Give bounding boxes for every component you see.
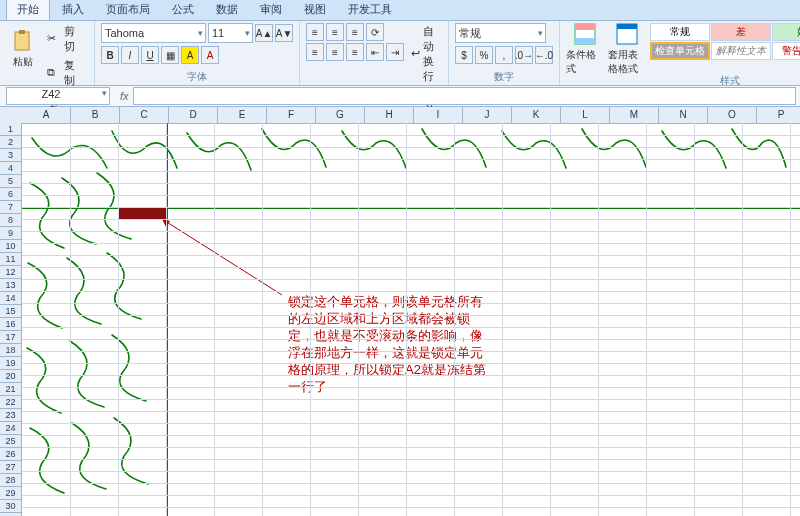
row-header-21[interactable]: 21	[0, 383, 22, 396]
align-bottom-button[interactable]: ≡	[346, 23, 364, 41]
row-header-27[interactable]: 27	[0, 461, 22, 474]
row-header-23[interactable]: 23	[0, 409, 22, 422]
worksheet-grid[interactable]: ABCDEFGHIJKLMNOPQ 1234567891011121314151…	[0, 107, 800, 516]
row-header-18[interactable]: 18	[0, 344, 22, 357]
tab-pagelayout[interactable]: 页面布局	[96, 0, 160, 20]
orientation-button[interactable]: ⟳	[366, 23, 384, 41]
style-cell[interactable]: 警告文本	[772, 42, 800, 60]
row-header-30[interactable]: 30	[0, 500, 22, 513]
tab-insert[interactable]: 插入	[52, 0, 94, 20]
row-header-6[interactable]: 6	[0, 188, 22, 201]
decrease-font-button[interactable]: A▼	[275, 24, 293, 42]
row-header-24[interactable]: 24	[0, 422, 22, 435]
col-header-N[interactable]: N	[659, 107, 708, 124]
cell-styles-gallery[interactable]: 常规差好适中检查单元格解释性文本警告文本链接单元格	[650, 23, 800, 60]
tab-review[interactable]: 审阅	[250, 0, 292, 20]
font-size-combo[interactable]: 11	[208, 23, 253, 43]
tab-view[interactable]: 视图	[294, 0, 336, 20]
row-header-16[interactable]: 16	[0, 318, 22, 331]
indent-dec-button[interactable]: ⇤	[366, 43, 384, 61]
align-center-button[interactable]: ≡	[326, 43, 344, 61]
row-header-19[interactable]: 19	[0, 357, 22, 370]
row-header-10[interactable]: 10	[0, 240, 22, 253]
col-header-F[interactable]: F	[267, 107, 316, 124]
fx-icon[interactable]: fx	[116, 90, 133, 102]
row-header-20[interactable]: 20	[0, 370, 22, 383]
row-header-8[interactable]: 8	[0, 214, 22, 227]
font-name-combo[interactable]: Tahoma	[101, 23, 206, 43]
percent-button[interactable]: %	[475, 46, 493, 64]
fill-color-button[interactable]: A	[181, 46, 199, 64]
underline-button[interactable]: U	[141, 46, 159, 64]
paste-button[interactable]: 粘贴	[6, 23, 40, 73]
style-cell[interactable]: 差	[711, 23, 771, 41]
bold-button[interactable]: B	[101, 46, 119, 64]
align-middle-button[interactable]: ≡	[326, 23, 344, 41]
inc-decimal-button[interactable]: .0→	[515, 46, 533, 64]
column-headers[interactable]: ABCDEFGHIJKLMNOPQ	[22, 107, 800, 123]
row-header-29[interactable]: 29	[0, 487, 22, 500]
col-header-G[interactable]: G	[316, 107, 365, 124]
row-header-2[interactable]: 2	[0, 136, 22, 149]
col-header-D[interactable]: D	[169, 107, 218, 124]
name-box[interactable]: Z42	[6, 87, 110, 105]
cond-format-button[interactable]: 条件格式	[566, 23, 604, 73]
align-right-button[interactable]: ≡	[346, 43, 364, 61]
highlighted-cell[interactable]	[118, 207, 166, 219]
row-header-14[interactable]: 14	[0, 292, 22, 305]
font-color-button[interactable]: A	[201, 46, 219, 64]
col-header-E[interactable]: E	[218, 107, 267, 124]
formula-input[interactable]	[133, 87, 796, 105]
currency-button[interactable]: $	[455, 46, 473, 64]
row-header-5[interactable]: 5	[0, 175, 22, 188]
wrap-text-button[interactable]: ↩自动换行	[408, 23, 442, 85]
row-header-4[interactable]: 4	[0, 162, 22, 175]
row-header-26[interactable]: 26	[0, 448, 22, 461]
select-all-corner[interactable]	[0, 107, 23, 124]
style-cell[interactable]: 解释性文本	[711, 42, 771, 60]
row-header-7[interactable]: 7	[0, 201, 22, 214]
col-header-A[interactable]: A	[22, 107, 71, 124]
col-header-M[interactable]: M	[610, 107, 659, 124]
row-header-11[interactable]: 11	[0, 253, 22, 266]
number-format-combo[interactable]: 常规	[455, 23, 546, 43]
row-header-12[interactable]: 12	[0, 266, 22, 279]
border-button[interactable]: ▦	[161, 46, 179, 64]
comma-button[interactable]: ,	[495, 46, 513, 64]
indent-inc-button[interactable]: ⇥	[386, 43, 404, 61]
row-header-15[interactable]: 15	[0, 305, 22, 318]
row-header-9[interactable]: 9	[0, 227, 22, 240]
col-header-C[interactable]: C	[120, 107, 169, 124]
copy-button[interactable]: ⧉复制	[44, 57, 88, 89]
row-header-1[interactable]: 1	[0, 123, 22, 136]
increase-font-button[interactable]: A▲	[255, 24, 273, 42]
row-header-22[interactable]: 22	[0, 396, 22, 409]
col-header-L[interactable]: L	[561, 107, 610, 124]
tab-home[interactable]: 开始	[6, 0, 50, 20]
row-header-28[interactable]: 28	[0, 474, 22, 487]
tab-devtools[interactable]: 开发工具	[338, 0, 402, 20]
col-header-I[interactable]: I	[414, 107, 463, 124]
style-cell[interactable]: 好	[772, 23, 800, 41]
col-header-P[interactable]: P	[757, 107, 800, 124]
row-header-3[interactable]: 3	[0, 149, 22, 162]
dec-decimal-button[interactable]: ←.0	[535, 46, 553, 64]
row-header-13[interactable]: 13	[0, 279, 22, 292]
cut-button[interactable]: ✂剪切	[44, 23, 88, 55]
col-header-H[interactable]: H	[365, 107, 414, 124]
row-header-17[interactable]: 17	[0, 331, 22, 344]
col-header-O[interactable]: O	[708, 107, 757, 124]
col-header-B[interactable]: B	[71, 107, 120, 124]
table-format-button[interactable]: 套用表格格式	[608, 23, 646, 73]
cells-area[interactable]: 锁定这个单元格，则该单元格所有的左边区域和上方区域都会被锁定，也就是不受滚动条的…	[22, 123, 800, 516]
row-headers[interactable]: 1234567891011121314151617181920212223242…	[0, 123, 22, 516]
row-header-25[interactable]: 25	[0, 435, 22, 448]
align-top-button[interactable]: ≡	[306, 23, 324, 41]
style-cell[interactable]: 常规	[650, 23, 710, 41]
tab-formulas[interactable]: 公式	[162, 0, 204, 20]
col-header-J[interactable]: J	[463, 107, 512, 124]
align-left-button[interactable]: ≡	[306, 43, 324, 61]
tab-data[interactable]: 数据	[206, 0, 248, 20]
italic-button[interactable]: I	[121, 46, 139, 64]
style-cell[interactable]: 检查单元格	[650, 42, 710, 60]
